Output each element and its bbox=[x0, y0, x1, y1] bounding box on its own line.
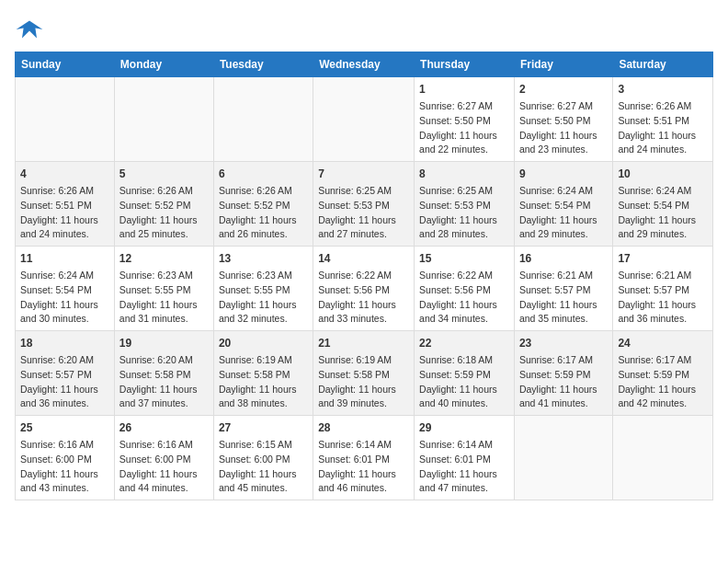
day-number: 2 bbox=[519, 81, 608, 98]
day-info: Sunset: 5:56 PM bbox=[318, 283, 409, 298]
calendar-cell bbox=[613, 416, 713, 500]
calendar-cell: 2Sunrise: 6:27 AMSunset: 5:50 PMDaylight… bbox=[514, 77, 612, 162]
day-info: Sunrise: 6:24 AM bbox=[20, 269, 109, 283]
day-info: Sunrise: 6:26 AM bbox=[618, 99, 708, 114]
day-number: 5 bbox=[119, 166, 209, 182]
calendar-week-5: 25Sunrise: 6:16 AMSunset: 6:00 PMDayligh… bbox=[16, 416, 713, 500]
calendar-cell: 14Sunrise: 6:22 AMSunset: 5:56 PMDayligh… bbox=[313, 247, 415, 331]
day-info: Sunset: 5:57 PM bbox=[20, 368, 109, 383]
day-info: Daylight: 11 hours and 47 minutes. bbox=[419, 467, 509, 497]
calendar-cell: 17Sunrise: 6:21 AMSunset: 5:57 PMDayligh… bbox=[613, 247, 713, 331]
column-header-wednesday: Wednesday bbox=[313, 52, 415, 77]
logo bbox=[15, 15, 48, 44]
day-info: Daylight: 11 hours and 24 minutes. bbox=[20, 213, 109, 243]
calendar-cell: 22Sunrise: 6:18 AMSunset: 5:59 PMDayligh… bbox=[415, 331, 515, 416]
calendar-cell: 24Sunrise: 6:17 AMSunset: 5:59 PMDayligh… bbox=[613, 331, 713, 416]
svg-marker-0 bbox=[17, 20, 43, 38]
day-number: 22 bbox=[419, 335, 509, 351]
day-info: Sunrise: 6:20 AM bbox=[119, 353, 209, 368]
day-info: Sunset: 5:54 PM bbox=[20, 283, 109, 298]
day-info: Daylight: 11 hours and 25 minutes. bbox=[119, 213, 209, 243]
day-number: 4 bbox=[20, 166, 109, 182]
day-info: Sunset: 5:58 PM bbox=[119, 368, 209, 383]
day-info: Daylight: 11 hours and 38 minutes. bbox=[219, 383, 308, 412]
day-number: 3 bbox=[618, 81, 708, 98]
day-info: Sunset: 5:51 PM bbox=[618, 114, 708, 129]
day-info: Daylight: 11 hours and 31 minutes. bbox=[119, 298, 209, 327]
column-header-monday: Monday bbox=[114, 52, 213, 77]
calendar-cell: 25Sunrise: 6:16 AMSunset: 6:00 PMDayligh… bbox=[16, 416, 115, 500]
day-info: Sunrise: 6:25 AM bbox=[318, 184, 409, 199]
calendar-cell: 4Sunrise: 6:26 AMSunset: 5:51 PMDaylight… bbox=[16, 162, 115, 247]
day-number: 7 bbox=[318, 166, 409, 182]
day-info: Sunset: 5:55 PM bbox=[219, 283, 308, 298]
column-header-sunday: Sunday bbox=[16, 52, 115, 77]
calendar-cell: 15Sunrise: 6:22 AMSunset: 5:56 PMDayligh… bbox=[415, 247, 515, 331]
day-info: Sunset: 6:00 PM bbox=[20, 453, 109, 467]
calendar-cell: 23Sunrise: 6:17 AMSunset: 5:59 PMDayligh… bbox=[514, 331, 612, 416]
logo-icon bbox=[15, 15, 44, 44]
calendar-cell: 11Sunrise: 6:24 AMSunset: 5:54 PMDayligh… bbox=[16, 247, 115, 331]
day-number: 19 bbox=[119, 335, 209, 351]
calendar-week-3: 11Sunrise: 6:24 AMSunset: 5:54 PMDayligh… bbox=[16, 247, 713, 331]
day-info: Daylight: 11 hours and 39 minutes. bbox=[318, 383, 409, 412]
day-number: 12 bbox=[119, 250, 209, 267]
day-number: 6 bbox=[219, 166, 308, 182]
calendar-cell: 16Sunrise: 6:21 AMSunset: 5:57 PMDayligh… bbox=[514, 247, 612, 331]
day-info: Daylight: 11 hours and 43 minutes. bbox=[20, 467, 109, 497]
day-number: 14 bbox=[318, 250, 409, 267]
day-info: Sunrise: 6:19 AM bbox=[219, 353, 308, 368]
day-info: Daylight: 11 hours and 24 minutes. bbox=[618, 129, 708, 158]
day-number: 20 bbox=[219, 335, 308, 351]
day-info: Sunset: 5:59 PM bbox=[618, 368, 708, 383]
calendar-cell: 1Sunrise: 6:27 AMSunset: 5:50 PMDaylight… bbox=[415, 77, 515, 162]
day-info: Sunset: 6:00 PM bbox=[219, 453, 308, 467]
day-info: Sunrise: 6:22 AM bbox=[419, 269, 509, 283]
day-info: Sunset: 5:51 PM bbox=[20, 199, 109, 213]
day-info: Sunset: 5:53 PM bbox=[419, 199, 509, 213]
day-info: Daylight: 11 hours and 32 minutes. bbox=[219, 298, 308, 327]
day-number: 29 bbox=[419, 419, 509, 436]
day-info: Sunrise: 6:17 AM bbox=[618, 353, 708, 368]
day-number: 17 bbox=[618, 250, 708, 267]
day-info: Daylight: 11 hours and 34 minutes. bbox=[419, 298, 509, 327]
day-number: 10 bbox=[618, 166, 708, 182]
calendar-cell bbox=[16, 77, 115, 162]
day-info: Sunrise: 6:15 AM bbox=[219, 438, 308, 453]
calendar-cell: 29Sunrise: 6:14 AMSunset: 6:01 PMDayligh… bbox=[415, 416, 515, 500]
day-info: Sunset: 5:54 PM bbox=[618, 199, 708, 213]
calendar-cell: 5Sunrise: 6:26 AMSunset: 5:52 PMDaylight… bbox=[114, 162, 213, 247]
day-info: Sunrise: 6:20 AM bbox=[20, 353, 109, 368]
day-info: Daylight: 11 hours and 26 minutes. bbox=[219, 213, 308, 243]
calendar-header-row: SundayMondayTuesdayWednesdayThursdayFrid… bbox=[16, 52, 713, 77]
day-info: Sunrise: 6:26 AM bbox=[20, 184, 109, 199]
day-info: Sunset: 5:58 PM bbox=[318, 368, 409, 383]
day-info: Daylight: 11 hours and 36 minutes. bbox=[20, 383, 109, 412]
day-info: Sunset: 5:50 PM bbox=[519, 114, 608, 129]
day-info: Daylight: 11 hours and 27 minutes. bbox=[318, 213, 409, 243]
day-info: Daylight: 11 hours and 29 minutes. bbox=[618, 213, 708, 243]
day-info: Sunrise: 6:14 AM bbox=[318, 438, 409, 453]
day-info: Sunrise: 6:14 AM bbox=[419, 438, 509, 453]
calendar-week-1: 1Sunrise: 6:27 AMSunset: 5:50 PMDaylight… bbox=[16, 77, 713, 162]
calendar-cell: 13Sunrise: 6:23 AMSunset: 5:55 PMDayligh… bbox=[213, 247, 313, 331]
day-info: Sunrise: 6:21 AM bbox=[519, 269, 608, 283]
calendar-cell: 3Sunrise: 6:26 AMSunset: 5:51 PMDaylight… bbox=[613, 77, 713, 162]
day-number: 23 bbox=[519, 335, 608, 351]
day-info: Sunset: 5:58 PM bbox=[219, 368, 308, 383]
day-info: Sunrise: 6:25 AM bbox=[419, 184, 509, 199]
column-header-friday: Friday bbox=[514, 52, 612, 77]
calendar-cell: 21Sunrise: 6:19 AMSunset: 5:58 PMDayligh… bbox=[313, 331, 415, 416]
day-info: Sunrise: 6:22 AM bbox=[318, 269, 409, 283]
day-info: Sunset: 5:52 PM bbox=[119, 199, 209, 213]
day-info: Sunrise: 6:16 AM bbox=[119, 438, 209, 453]
day-info: Daylight: 11 hours and 29 minutes. bbox=[519, 213, 608, 243]
calendar-cell: 8Sunrise: 6:25 AMSunset: 5:53 PMDaylight… bbox=[415, 162, 515, 247]
day-number: 24 bbox=[618, 335, 708, 351]
day-info: Sunrise: 6:19 AM bbox=[318, 353, 409, 368]
day-info: Daylight: 11 hours and 37 minutes. bbox=[119, 383, 209, 412]
calendar-cell: 20Sunrise: 6:19 AMSunset: 5:58 PMDayligh… bbox=[213, 331, 313, 416]
column-header-saturday: Saturday bbox=[613, 52, 713, 77]
calendar-cell: 26Sunrise: 6:16 AMSunset: 6:00 PMDayligh… bbox=[114, 416, 213, 500]
day-info: Sunset: 5:55 PM bbox=[119, 283, 209, 298]
